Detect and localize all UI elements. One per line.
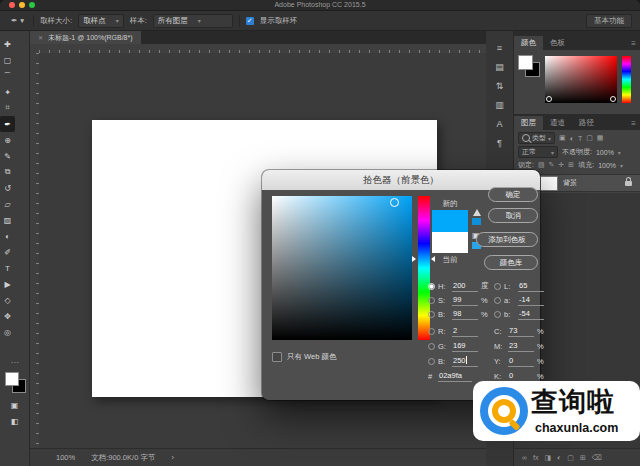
move-tool[interactable]: ✚ <box>0 36 15 52</box>
ok-button[interactable]: 确定 <box>488 187 538 202</box>
layer-filter-dropdown[interactable]: 类型 ▾ <box>518 132 555 144</box>
color-panel-gradient[interactable] <box>545 56 617 103</box>
color-libraries-button[interactable]: 颜色库 <box>484 255 538 270</box>
cancel-button[interactable]: 取消 <box>488 208 538 223</box>
h-input[interactable]: 200 <box>452 281 478 292</box>
color-field-marker[interactable] <box>390 198 399 207</box>
sample-size-dropdown[interactable]: 取样点 ▾ <box>78 14 124 28</box>
s-radio[interactable] <box>428 297 435 304</box>
brush-tool[interactable]: ✎ <box>0 148 15 164</box>
document-tab[interactable]: ✕ 未标题-1 @ 100%(RGB/8*) <box>30 31 141 44</box>
history-brush-tool[interactable]: ↺ <box>0 180 15 196</box>
dodge-tool[interactable]: ◐ <box>0 228 15 244</box>
edit-toolbar-button[interactable]: ⋯ <box>0 358 29 367</box>
gamut-safe-swatch[interactable] <box>472 218 481 225</box>
h-radio[interactable] <box>428 283 435 290</box>
filter-shape-layers-icon[interactable]: ▢ <box>586 134 593 142</box>
l-radio[interactable] <box>494 283 501 290</box>
character-panel-icon[interactable]: A <box>496 119 502 129</box>
web-only-checkbox[interactable] <box>272 352 282 362</box>
b-rgb-input[interactable]: 250 <box>452 356 478 367</box>
tool-preset[interactable]: ✒ ▾ <box>8 15 27 26</box>
pen-tool[interactable]: ✐ <box>0 244 15 260</box>
b-hsb-radio[interactable] <box>428 311 435 318</box>
type-tool[interactable]: T <box>0 260 15 276</box>
new-layer-icon[interactable]: ⊞ <box>580 454 586 462</box>
status-chevron-icon[interactable]: › <box>171 453 174 462</box>
add-layer-mask-icon[interactable]: ◨ <box>544 454 551 462</box>
tab-color[interactable]: 颜色 <box>514 36 543 50</box>
show-sample-ring-checkbox[interactable]: ✓ <box>246 17 254 25</box>
r-input[interactable]: 2 <box>452 326 478 337</box>
foreground-color-swatch[interactable] <box>5 372 19 386</box>
clone-stamp-tool[interactable]: ⧉ <box>0 164 15 180</box>
panel-menu-icon[interactable]: ≡ <box>631 119 636 128</box>
eyedropper-tool[interactable]: ✒ <box>0 116 15 132</box>
link-layers-icon[interactable]: ∞ <box>522 454 527 461</box>
close-tab-icon[interactable]: ✕ <box>38 34 43 41</box>
hand-tool[interactable]: ✥ <box>0 308 15 324</box>
k-input[interactable]: 0 <box>508 371 534 382</box>
panel-menu-icon[interactable]: ≡ <box>631 39 636 48</box>
b-hsb-input[interactable]: 98 <box>452 309 478 320</box>
filter-adjustment-layers-icon[interactable]: ◐ <box>570 135 574 142</box>
lasso-tool[interactable]: ⌒ <box>0 68 15 84</box>
hex-input[interactable]: 02a9fa <box>438 371 472 382</box>
filter-type-layers-icon[interactable]: T <box>578 135 582 142</box>
info-panel-icon[interactable]: ▥ <box>495 100 504 110</box>
sample-dropdown[interactable]: 所有图层 ▾ <box>153 14 233 28</box>
panel-foreground-swatch[interactable] <box>518 55 533 70</box>
g-input[interactable]: 169 <box>452 341 478 352</box>
screen-mode-button[interactable]: ◧ <box>0 413 29 429</box>
current-color-swatch[interactable] <box>432 232 468 253</box>
hue-slider-marker-left[interactable] <box>412 256 416 262</box>
adjustments-panel-icon[interactable]: ≡ <box>497 43 502 53</box>
filter-smart-objects-icon[interactable]: ▦ <box>597 134 604 142</box>
b-rgb-radio[interactable] <box>428 358 435 365</box>
lock-transparent-pixels-icon[interactable]: ▨ <box>538 161 545 169</box>
a-input[interactable]: -14 <box>518 295 544 306</box>
r-radio[interactable] <box>428 328 435 335</box>
zoom-tool[interactable]: ◎ <box>0 324 15 340</box>
paragraph-panel-icon[interactable]: ¶ <box>497 138 502 148</box>
g-radio[interactable] <box>428 343 435 350</box>
lab-b-radio[interactable] <box>494 311 501 318</box>
tab-channels[interactable]: 通道 <box>543 116 572 130</box>
lock-artboard-icon[interactable]: ⊞ <box>568 161 574 169</box>
shape-tool[interactable]: ◇ <box>0 292 15 308</box>
delete-layer-icon[interactable]: ⌫ <box>592 454 602 462</box>
c-input[interactable]: 73 <box>508 326 534 337</box>
healing-brush-tool[interactable]: ⊕ <box>0 132 15 148</box>
color-panel-hue-ramp[interactable] <box>622 56 631 103</box>
filter-pixel-layers-icon[interactable]: ▣ <box>559 134 566 142</box>
a-radio[interactable] <box>494 297 501 304</box>
tab-swatches[interactable]: 色板 <box>543 36 572 50</box>
saturation-brightness-field[interactable] <box>272 196 412 340</box>
m-input[interactable]: 23 <box>508 341 534 352</box>
tab-paths[interactable]: 路径 <box>572 116 601 130</box>
lab-b-input[interactable]: -54 <box>518 309 544 320</box>
gamut-warning-icon[interactable] <box>473 209 481 216</box>
new-group-icon[interactable]: ▢ <box>567 454 574 462</box>
foreground-background-swatches[interactable] <box>0 371 29 397</box>
lock-position-icon[interactable]: ✛ <box>558 161 564 169</box>
lock-image-pixels-icon[interactable]: ✎ <box>549 161 555 169</box>
opacity-value[interactable]: 100% <box>596 149 614 156</box>
tab-layers[interactable]: 图层 <box>514 116 543 130</box>
layer-thumbnail[interactable] <box>540 176 558 191</box>
adjustment-layer-icon[interactable]: ◐ <box>557 454 561 461</box>
l-input[interactable]: 65 <box>518 281 544 292</box>
properties-panel-icon[interactable]: ⇅ <box>496 81 504 91</box>
quick-mask-button[interactable]: ▣ <box>0 397 29 413</box>
quick-select-tool[interactable]: ✦ <box>0 84 15 100</box>
blend-mode-dropdown[interactable]: 正常 ▾ <box>518 146 558 158</box>
libraries-panel-icon[interactable]: ▤ <box>495 62 504 72</box>
fill-value[interactable]: 100% <box>598 162 616 169</box>
marquee-tool[interactable]: ▢ <box>0 52 15 68</box>
workspace-switcher[interactable]: 基本功能 <box>586 14 632 28</box>
layer-style-icon[interactable]: fx <box>533 454 538 461</box>
s-input[interactable]: 99 <box>452 295 478 306</box>
gradient-tool[interactable]: ▨ <box>0 212 15 228</box>
path-select-tool[interactable]: ▶ <box>0 276 15 292</box>
y-input[interactable]: 0 <box>508 356 534 367</box>
